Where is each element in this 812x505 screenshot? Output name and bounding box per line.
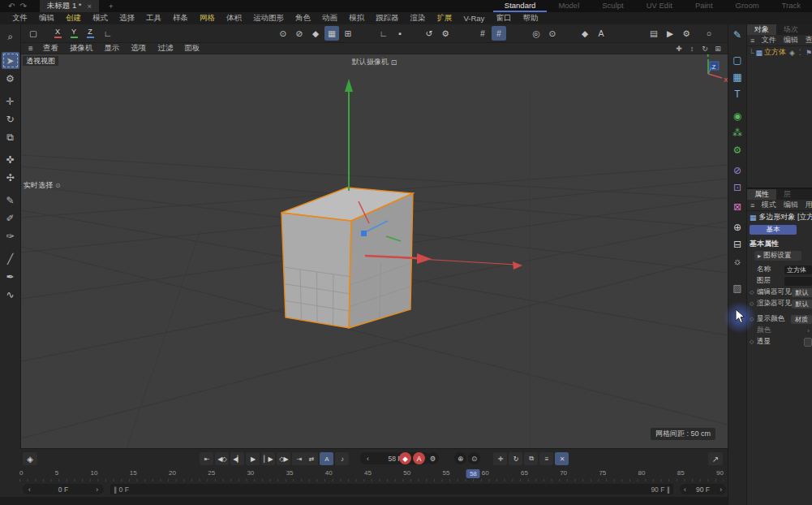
dolly-icon[interactable]: ↕	[687, 45, 697, 53]
frame-decrement-icon[interactable]: ‹	[367, 455, 369, 463]
bend-deformer-icon[interactable]: ⊘	[729, 162, 745, 179]
polygon-object-icon[interactable]: ◆	[578, 26, 592, 41]
move-tool[interactable]: ✛	[2, 93, 19, 110]
keyframe-diamond-icon[interactable]: ◇	[750, 339, 757, 345]
asset-object-icon[interactable]: A	[594, 26, 608, 41]
menu-mode[interactable]: 模式	[87, 13, 114, 24]
line-cut-tool[interactable]: ✒	[2, 268, 19, 285]
vp-menu-options[interactable]: 选项	[125, 43, 152, 54]
workspace-sculpt[interactable]: Sculpt	[591, 0, 634, 12]
om-menu-view[interactable]: 查看	[801, 35, 812, 45]
menu-mesh[interactable]: 网格	[194, 13, 221, 24]
tab-layers[interactable]: 层	[776, 189, 798, 200]
range-slider-track[interactable]: ∥ 0 F 90 F ∥	[110, 484, 673, 494]
tweak-selection-tool[interactable]: ⚙	[2, 70, 19, 87]
timeline-ruler[interactable]: 051015202530354045505560657075808590 58	[19, 469, 724, 482]
light-object-icon[interactable]: ☼	[729, 253, 745, 270]
polygon-pen-tool[interactable]: ✐	[2, 209, 19, 227]
null-object-icon[interactable]: ◎	[529, 26, 543, 41]
record-rotation-button[interactable]: ↻	[509, 452, 522, 465]
scale-tool[interactable]: ⧉	[2, 128, 19, 145]
points-mode-icon[interactable]: ⊙	[276, 26, 290, 41]
range-start-dec-icon[interactable]: ‹	[28, 486, 31, 494]
material-manager-icon[interactable]: ▨	[729, 280, 745, 296]
axis-lock-y[interactable]: Y	[67, 26, 81, 41]
menu-render[interactable]: 渲染	[405, 13, 432, 24]
edges-mode-icon[interactable]: ⊘	[292, 26, 307, 41]
viewport-burger-icon[interactable]: ≡	[24, 44, 37, 53]
record-position-ring[interactable]: ⊕	[454, 452, 466, 464]
render-picture-viewer-icon[interactable]: ▶	[663, 26, 677, 41]
keyframe-diamond-icon[interactable]: ◇	[750, 316, 757, 322]
object-axis-mode-icon[interactable]: ⊞	[341, 26, 355, 41]
rectangle-spline-icon[interactable]: ▢	[729, 52, 745, 68]
range-end-dec-icon[interactable]: ‹	[684, 486, 686, 494]
transform-tool[interactable]: ✜	[2, 151, 19, 168]
cube-primitive-icon[interactable]: ▦	[729, 69, 745, 85]
vp-menu-view[interactable]: 查看	[37, 43, 64, 54]
field-object-icon[interactable]: ⊡	[729, 179, 745, 196]
undo-icon[interactable]: ↶	[8, 2, 15, 11]
redo-icon[interactable]: ↷	[19, 2, 26, 11]
range-end-spinner[interactable]: ‹ 90 F ›	[680, 484, 726, 494]
attr-menu-mode[interactable]: 模式	[758, 200, 780, 210]
volume-builder-icon[interactable]: ⊠	[729, 199, 745, 215]
spline-pen-icon[interactable]: ✎	[729, 27, 745, 43]
menu-spline[interactable]: 样条	[167, 13, 194, 24]
fcurve-graph-button[interactable]: ↗	[708, 452, 723, 465]
record-rotation-ring[interactable]: ⊙	[468, 452, 480, 464]
viewport-history-icon[interactable]: ▢	[26, 26, 41, 41]
om-menu-file[interactable]: 文件	[758, 35, 780, 45]
autokey-range-button[interactable]: A	[320, 452, 333, 465]
menu-select[interactable]: 选择	[114, 13, 140, 24]
layer-flag-icon[interactable]: ⚑	[806, 49, 812, 57]
menu-vray[interactable]: V-Ray	[458, 14, 491, 23]
record-keyframe-button[interactable]: ◆	[399, 452, 411, 464]
next-key-button[interactable]: ◇▶	[277, 452, 290, 465]
knife-tool[interactable]: ╱	[2, 250, 19, 267]
coordinate-system-icon[interactable]: ∟	[376, 26, 391, 41]
axis-lock-x[interactable]: X	[50, 26, 65, 41]
subdivision-surface-icon[interactable]: ◉	[729, 108, 745, 124]
vp-menu-camera[interactable]: 摄像机	[64, 43, 99, 54]
render-settings-icon[interactable]: ⚙	[679, 26, 694, 41]
range-start-spinner[interactable]: ‹ 0 F ›	[23, 484, 104, 494]
range-start-inc-icon[interactable]: ›	[96, 486, 98, 494]
menu-tools[interactable]: 工具	[140, 13, 167, 24]
sound-button[interactable]: ♪	[335, 452, 349, 465]
menu-volume[interactable]: 体积	[221, 13, 247, 24]
object-state-icon[interactable]: ◈	[789, 49, 795, 57]
document-tab[interactable]: 未标题 1 * ×	[40, 0, 99, 12]
visibility-dots-icon[interactable]: ⁚	[799, 49, 801, 57]
basic-tab-button[interactable]: 基本	[750, 225, 797, 235]
keyframe-diamond-icon[interactable]: ◇	[750, 300, 757, 307]
camera-object-icon[interactable]: ⊟	[729, 236, 745, 252]
camera-display-icon[interactable]: ⊡	[391, 58, 397, 67]
menu-help[interactable]: 帮助	[517, 13, 543, 24]
orbit-icon[interactable]: ↻	[700, 45, 710, 53]
icon-settings-group[interactable]: ▸ 图标设置	[754, 251, 801, 261]
workspace-groom[interactable]: Groom	[724, 0, 771, 12]
workspace-paint[interactable]: Paint	[684, 0, 724, 12]
object-row-cube[interactable]: └ ▦ 立方体 ◈ ⁚ ⚑	[747, 46, 812, 58]
om-burger-icon[interactable]: ≡	[747, 37, 758, 45]
menu-tracker[interactable]: 跟踪器	[370, 13, 405, 24]
menu-animate[interactable]: 动画	[316, 13, 343, 24]
menu-extensions[interactable]: 扩展	[432, 13, 458, 24]
object-manager-empty-area[interactable]	[747, 58, 812, 188]
render-view-icon[interactable]: ▤	[647, 26, 661, 41]
text-primitive-icon[interactable]: T	[729, 86, 745, 102]
perspective-viewport[interactable]: Y Z X	[21, 43, 728, 449]
range-start-handle[interactable]: ∥ 0 F	[114, 486, 129, 494]
polygons-mode-icon[interactable]: ◆	[308, 26, 323, 41]
tab-takes[interactable]: 场次	[776, 24, 806, 35]
toggle-views-icon[interactable]: ⊞	[713, 45, 723, 53]
target-icon[interactable]: ⊙	[545, 26, 560, 41]
keyframe-selection-button[interactable]: ⚙	[427, 452, 439, 464]
new-tab-button[interactable]: +	[109, 0, 114, 12]
range-end-handle[interactable]: 90 F ∥	[651, 486, 670, 494]
object-name-label[interactable]: 立方体	[764, 47, 786, 58]
workspace-model[interactable]: Model	[547, 0, 591, 12]
workplane-icon[interactable]: ∟	[101, 26, 115, 41]
multi-move-tool[interactable]: ✣	[2, 169, 19, 186]
